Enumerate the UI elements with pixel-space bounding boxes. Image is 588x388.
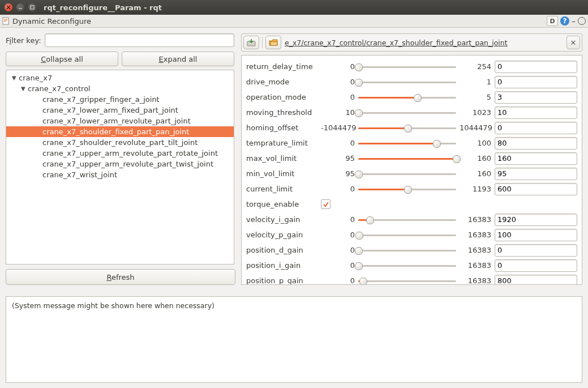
param-row: position_d_gain016383 (246, 242, 577, 258)
param-max: 1023 (456, 108, 495, 117)
tree-row-joint[interactable]: crane_x7_shoulder_fixed_part_pan_joint (6, 126, 234, 137)
param-row: position_p_gain016383 (246, 273, 577, 285)
filter-label: Filter key: (6, 36, 41, 45)
tree-row-joint[interactable]: crane_x7_gripper_finger_a_joint (6, 94, 234, 105)
tree-row-root[interactable]: ▼crane_x7 (6, 73, 234, 83)
param-max: 16383 (456, 246, 495, 254)
param-slider[interactable] (358, 139, 456, 148)
svg-rect-1 (3, 18, 8, 24)
tree-row-joint[interactable]: crane_x7_upper_arm_revolute_part_rotate_… (6, 148, 234, 159)
param-max: 16383 (456, 261, 495, 270)
param-slider[interactable] (358, 215, 456, 224)
param-slider[interactable] (358, 185, 456, 194)
param-slider[interactable] (358, 246, 456, 255)
titlebar: rqt_reconfigure__Param - rqt (0, 0, 588, 15)
node-tree[interactable]: ▼crane_x7 ▼crane_x7_control crane_x7_gri… (6, 70, 234, 265)
param-name: velocity_i_gain (246, 215, 321, 224)
param-value-input[interactable] (495, 122, 577, 134)
help-button[interactable]: ? (560, 16, 569, 25)
param-name: position_i_gain (246, 261, 321, 270)
param-slider[interactable] (358, 93, 456, 102)
param-max: 1 (456, 78, 495, 86)
param-min: 95 (321, 154, 358, 163)
param-min: 0 (321, 276, 358, 285)
param-min: 10 (321, 108, 358, 117)
param-value-input[interactable] (495, 106, 577, 119)
dock-button[interactable]: D (547, 16, 558, 26)
expand-all-button[interactable]: Expand all (122, 52, 234, 66)
window-maximize-button[interactable] (28, 3, 36, 11)
tree-row-joint[interactable]: crane_x7_shoulder_revolute_part_tilt_joi… (6, 137, 234, 148)
param-slider[interactable] (358, 78, 456, 87)
save-config-button[interactable] (243, 36, 259, 49)
param-name: moving_threshold (246, 108, 321, 117)
param-max: 16383 (456, 231, 495, 239)
param-name: position_p_gain (246, 276, 321, 285)
window-close-button[interactable] (5, 3, 12, 11)
param-max: 1193 (456, 185, 495, 193)
param-min: 0 (321, 185, 358, 193)
param-max: 5 (456, 93, 495, 101)
tree-row-joint[interactable]: crane_x7_lower_arm_fixed_part_joint (6, 105, 234, 116)
param-slider[interactable] (358, 108, 456, 117)
param-value-input[interactable] (495, 61, 577, 73)
param-list: return_delay_time0254drive_mode01operati… (241, 55, 582, 285)
param-value-input[interactable] (495, 152, 577, 165)
tree-row-joint[interactable]: crane_x7_wrist_joint (6, 169, 234, 180)
param-max: 160 (456, 154, 495, 163)
param-slider[interactable] (358, 276, 456, 285)
param-slider[interactable] (358, 169, 456, 178)
param-value-input[interactable] (495, 91, 577, 104)
param-min: 0 (321, 78, 358, 86)
collapse-all-button[interactable]: Collapse all (6, 52, 118, 66)
param-row: moving_threshold101023 (246, 105, 577, 120)
param-min: 0 (321, 93, 358, 101)
refresh-button[interactable]: Refresh (6, 269, 235, 285)
param-value-input[interactable] (495, 183, 577, 195)
param-name: velocity_p_gain (246, 231, 321, 239)
param-row: homing_offset-10444791044479 (246, 120, 577, 135)
param-row: temprature_limit0100 (246, 135, 577, 151)
param-row: max_vol_limit95160 (246, 151, 577, 166)
param-name: torque_enable (246, 200, 321, 208)
param-slider[interactable] (358, 123, 456, 133)
param-slider[interactable] (358, 261, 456, 270)
param-value-input[interactable] (495, 259, 577, 272)
breadcrumb[interactable]: e_x7/crane_x7_control/crane_x7_shoulder_… (284, 39, 564, 47)
param-min: 95 (321, 169, 358, 178)
param-slider[interactable] (358, 62, 456, 71)
float-pane-button[interactable] (578, 17, 586, 25)
tree-row-joint[interactable]: crane_x7_lower_arm_revolute_part_joint (6, 116, 234, 126)
param-value-input[interactable] (495, 168, 577, 180)
param-name: min_vol_limit (246, 169, 321, 178)
left-pane: Filter key: Collapse all Expand all ▼cra… (0, 28, 238, 288)
param-value-input[interactable] (495, 137, 577, 150)
param-row: return_delay_time0254 (246, 59, 577, 74)
param-max: 1044479 (456, 123, 495, 132)
minimize-pane-button[interactable]: – (572, 16, 576, 25)
param-min: 0 (321, 261, 358, 270)
tree-row-control[interactable]: ▼crane_x7_control (6, 83, 234, 94)
window-title: rqt_reconfigure__Param - rqt (44, 3, 162, 12)
param-value-input[interactable] (495, 229, 577, 241)
tree-row-joint[interactable]: crane_x7_upper_arm_revolute_part_twist_j… (6, 159, 234, 169)
param-name: drive_mode (246, 78, 321, 86)
param-row: torque_enable (246, 197, 577, 212)
load-config-button[interactable] (265, 36, 281, 49)
param-row: operation_mode05 (246, 89, 577, 105)
param-slider[interactable] (358, 154, 456, 163)
close-panel-button[interactable]: ✕ (566, 36, 580, 49)
param-slider[interactable] (358, 231, 456, 240)
param-value-input[interactable] (495, 275, 577, 285)
param-value-input[interactable] (495, 244, 577, 257)
param-toolbar: e_x7/crane_x7_control/crane_x7_shoulder_… (241, 33, 582, 52)
right-pane: e_x7/crane_x7_control/crane_x7_shoulder_… (238, 28, 588, 288)
filter-input[interactable] (45, 33, 234, 47)
param-checkbox[interactable] (321, 199, 331, 209)
param-max: 16383 (456, 215, 495, 224)
svg-rect-0 (31, 6, 34, 9)
param-value-input[interactable] (495, 76, 577, 88)
window-minimize-button[interactable] (16, 3, 24, 11)
param-value-input[interactable] (495, 214, 577, 226)
message-area: (System message might be shown here when… (6, 296, 582, 383)
